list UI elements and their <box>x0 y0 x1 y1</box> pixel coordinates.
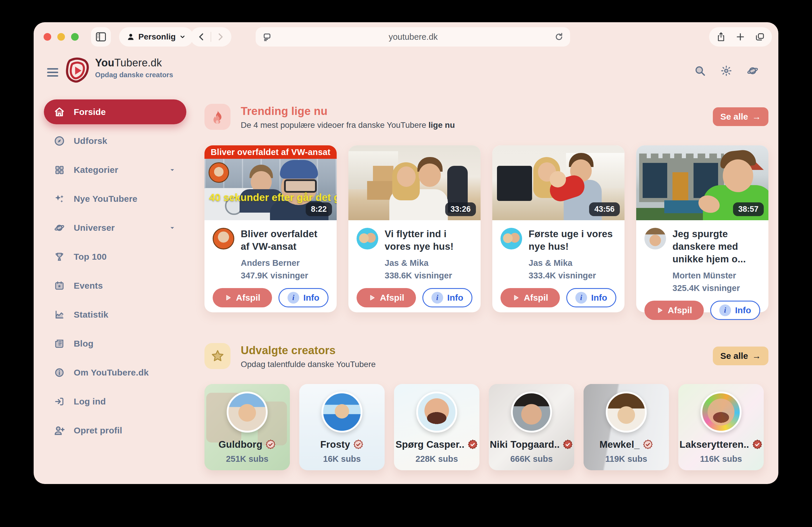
creator-card[interactable]: Niki Topgaard.. 666K subs <box>489 384 574 470</box>
sidebar-item-label: Universer <box>74 223 115 233</box>
play-button[interactable]: Afspil <box>644 301 704 320</box>
video-thumbnail[interactable]: 38:57 <box>636 145 768 220</box>
zoom-window-button[interactable] <box>71 33 79 41</box>
channel-avatar[interactable] <box>644 228 666 249</box>
creator-name: Frosty <box>320 439 350 450</box>
search-button[interactable] <box>694 64 706 77</box>
reload-button[interactable] <box>554 32 564 42</box>
video-card[interactable]: 38:57 Jeg spurgte danskere med unikke hj… <box>636 145 768 312</box>
thumbnail-banner-text: Bliver overfaldet af VW-ansat <box>204 145 337 159</box>
video-duration-badge: 33:26 <box>445 202 476 216</box>
sidebar-item-label: Blog <box>74 339 93 349</box>
creator-card[interactable]: Lakserytteren.. 116K subs <box>678 384 764 470</box>
brand-title: YouTubere.dk <box>95 57 173 69</box>
creator-name: Lakserytteren.. <box>680 439 749 450</box>
video-duration-badge: 8:22 <box>306 202 332 216</box>
share-button[interactable] <box>716 32 726 42</box>
creator-avatar <box>321 392 362 433</box>
sidebar-item-om-youtubere[interactable]: Om YouTubere.dk <box>44 360 186 385</box>
creator-subs: 251K subs <box>226 454 268 464</box>
video-channel[interactable]: Anders Berner <box>241 258 329 268</box>
play-button[interactable]: Afspil <box>357 288 416 307</box>
channel-avatar[interactable] <box>501 228 522 249</box>
video-channel[interactable]: Jas & Mika <box>528 258 616 268</box>
creator-name: Guldborg <box>218 439 262 450</box>
trending-section-icon <box>204 104 231 130</box>
info-button[interactable]: i Info <box>278 288 329 307</box>
header-actions <box>694 64 759 77</box>
creator-avatar <box>416 392 457 433</box>
forward-button[interactable] <box>216 32 224 41</box>
channel-avatar[interactable] <box>357 228 378 249</box>
sidebar-item-kategorier[interactable]: Kategorier <box>44 157 186 182</box>
verified-badge-icon <box>467 439 478 450</box>
minimize-window-button[interactable] <box>57 33 65 41</box>
channel-avatar[interactable] <box>213 228 234 249</box>
video-thumbnail[interactable]: 33:26 <box>348 145 481 220</box>
sidebar-panel-icon <box>95 32 106 42</box>
creator-card[interactable]: Guldborg 251K subs <box>204 384 290 470</box>
menu-hamburger-button[interactable] <box>47 66 58 79</box>
sidebar-item-events[interactable]: Events <box>44 273 186 298</box>
video-title[interactable]: Vi flytter ind i vores nye hus! <box>385 228 473 253</box>
play-button[interactable]: Afspil <box>213 288 272 307</box>
site-logo[interactable] <box>64 57 90 84</box>
creator-card[interactable]: Mewkel_ 119K subs <box>583 384 669 470</box>
sidebar-item-log-ind[interactable]: Log ind <box>44 389 186 414</box>
sidebar-item-blog[interactable]: Blog <box>44 331 186 356</box>
info-button[interactable]: i Info <box>566 288 616 307</box>
reader-page-icon[interactable] <box>262 32 272 42</box>
tab-overview-button[interactable] <box>755 32 765 42</box>
sidebar-item-forside[interactable]: Forside <box>44 100 186 124</box>
video-thumbnail[interactable]: Bliver overfaldet af VW-ansat 40 sekunde… <box>204 145 337 220</box>
video-card[interactable]: 43:56 Første uge i vores nye hus! Jas & … <box>492 145 624 312</box>
creator-card[interactable]: Frosty 16K subs <box>299 384 385 470</box>
video-channel[interactable]: Jas & Mika <box>385 258 473 268</box>
video-title[interactable]: Bliver overfaldet af VW-ansat <box>241 228 329 253</box>
close-window-button[interactable] <box>44 33 51 41</box>
sidebar-item-opret-profil[interactable]: Opret profil <box>44 418 186 443</box>
arrow-right-icon: → <box>752 112 761 122</box>
creator-card[interactable]: Spørg Casper.. 228K subs <box>394 384 479 470</box>
creator-subs: 666K subs <box>510 454 553 464</box>
theme-toggle-button[interactable] <box>720 64 733 77</box>
verified-badge-icon <box>752 439 763 450</box>
address-bar[interactable]: youtubere.dk <box>256 27 570 46</box>
sidebar-toggle-button[interactable] <box>91 27 111 46</box>
profile-switcher-button[interactable]: Personlig <box>119 27 193 46</box>
video-title[interactable]: Første uge i vores nye hus! <box>528 228 616 253</box>
sidebar-item-label: Opret profil <box>74 425 122 436</box>
creator-subs: 116K subs <box>700 454 742 464</box>
video-thumbnail[interactable]: 43:56 <box>492 145 624 220</box>
video-title[interactable]: Jeg spurgte danskere med unikke hjem o..… <box>672 228 760 266</box>
info-icon: i <box>575 292 587 304</box>
sidebar-item-label: Statistik <box>74 310 108 320</box>
creator-subs: 119K subs <box>605 454 647 464</box>
verified-badge-icon <box>643 439 653 450</box>
sidebar-item-statistik[interactable]: Statistik <box>44 302 186 327</box>
back-button[interactable] <box>197 32 206 41</box>
video-card[interactable]: Bliver overfaldet af VW-ansat 40 sekunde… <box>204 145 337 312</box>
compass-icon <box>53 135 66 147</box>
creators-subtitle: Opdag talentfulde danske YouTubere <box>241 360 376 369</box>
universe-planet-button[interactable] <box>746 64 759 77</box>
sidebar-item-label: Log ind <box>74 397 106 407</box>
trending-see-all-button[interactable]: Se alle→ <box>713 107 768 126</box>
video-card[interactable]: 33:26 Vi flytter ind i vores nye hus! Ja… <box>348 145 481 312</box>
video-channel[interactable]: Morten Münster <box>672 271 760 280</box>
info-button[interactable]: i Info <box>710 301 760 320</box>
play-button[interactable]: Afspil <box>501 288 560 307</box>
new-tab-button[interactable] <box>736 32 745 42</box>
star-icon <box>210 349 225 364</box>
sidebar-item-label: Kategorier <box>74 165 118 175</box>
sidebar-item-label: Top 100 <box>74 252 107 262</box>
creators-see-all-button[interactable]: Se alle→ <box>713 347 768 365</box>
sidebar-item-universer[interactable]: Universer <box>44 215 186 240</box>
sidebar-item-udforsk[interactable]: Udforsk <box>44 128 186 153</box>
info-button[interactable]: i Info <box>422 288 473 307</box>
brand-block[interactable]: YouTubere.dk Opdag danske creators <box>95 57 173 79</box>
creator-avatar <box>227 392 267 433</box>
video-views: 347.9K visninger <box>241 271 329 280</box>
sidebar-item-nye-youtubere[interactable]: Nye YouTubere <box>44 186 186 211</box>
sidebar-item-top-100[interactable]: Top 100 <box>44 244 186 269</box>
